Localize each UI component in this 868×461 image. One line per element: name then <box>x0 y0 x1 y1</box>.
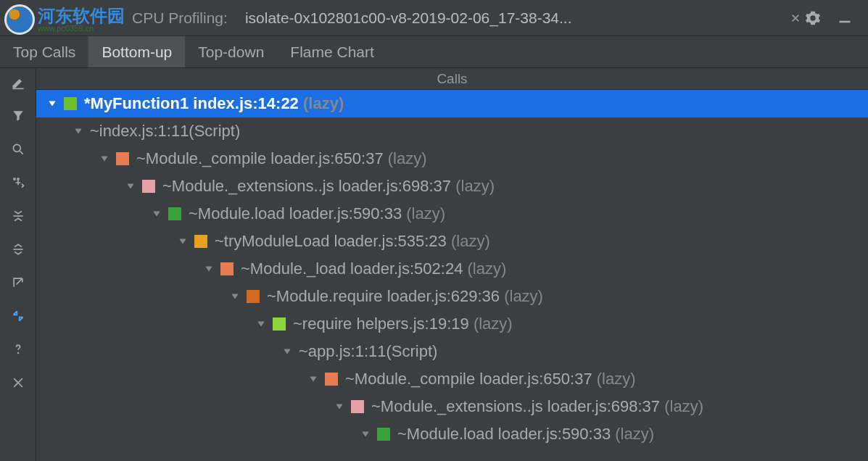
call-label: *MyFunction1 index.js:14:22 (lazy) <box>84 94 344 113</box>
color-swatch <box>325 373 338 386</box>
svg-rect-3 <box>13 178 15 180</box>
tree-row[interactable]: ~Module._extensions..js loader.js:698:37… <box>36 393 868 420</box>
tree-row[interactable]: *MyFunction1 index.js:14:22 (lazy) <box>36 90 868 117</box>
expand-arrow-icon[interactable] <box>280 344 294 359</box>
svg-rect-1 <box>12 88 23 90</box>
call-label: ~Module.load loader.js:590:33 (lazy) <box>397 425 654 444</box>
column-header-calls[interactable]: Calls <box>36 68 868 90</box>
view-tabs: Top CallsBottom-upTop-downFlame Chart <box>0 36 868 68</box>
expand-arrow-icon[interactable] <box>97 151 112 166</box>
color-swatch <box>194 235 207 248</box>
tab-top-calls[interactable]: Top Calls <box>0 36 88 67</box>
profile-filename: isolate-0x102801c00-v8-2019-02-06_17-38-… <box>245 9 787 27</box>
expand-arrow-icon[interactable] <box>228 289 242 304</box>
expand-arrow-icon[interactable] <box>45 96 59 111</box>
call-label: ~Module.require loader.js:629:36 (lazy) <box>267 287 543 306</box>
tab-top-down[interactable]: Top-down <box>185 36 277 67</box>
color-swatch <box>168 207 181 220</box>
expand-arrow-icon[interactable] <box>149 207 164 221</box>
call-label: ~Module._extensions..js loader.js:698:37… <box>162 177 495 196</box>
color-swatch <box>116 152 129 165</box>
header-bar: CPU Profiling: isolate-0x102801c00-v8-20… <box>0 0 868 36</box>
expand-arrow-icon[interactable] <box>123 179 138 194</box>
color-swatch <box>351 400 364 413</box>
tree-row[interactable]: ~Module._extensions..js loader.js:698:37… <box>36 173 868 200</box>
collapse-all-icon[interactable] <box>9 241 27 258</box>
close-tab-icon[interactable] <box>787 9 804 27</box>
tree-row[interactable]: ~Module.load loader.js:590:33 (lazy) <box>36 200 868 228</box>
tree-row[interactable]: ~Module._compile loader.js:650:37 (lazy) <box>36 145 868 173</box>
close-icon[interactable] <box>9 374 27 391</box>
search-icon[interactable] <box>9 141 27 158</box>
collapse-arrows-icon[interactable] <box>9 307 27 325</box>
call-label: ~Module._load loader.js:502:24 (lazy) <box>241 259 506 278</box>
expand-arrow-icon[interactable] <box>175 234 190 249</box>
call-label: ~Module.load loader.js:590:33 (lazy) <box>189 204 445 223</box>
expand-arrow-icon[interactable] <box>358 427 373 441</box>
call-tree: *MyFunction1 index.js:14:22 (lazy)~index… <box>36 90 868 461</box>
expand-all-icon[interactable] <box>9 207 27 225</box>
watermark: 河东软件园 www.pc0359.cn <box>4 4 125 35</box>
expand-tree-icon[interactable] <box>9 174 27 191</box>
tree-row[interactable]: ~require helpers.js:19:19 (lazy) <box>36 310 868 338</box>
tab-bottom-up[interactable]: Bottom-up <box>88 36 185 67</box>
color-swatch <box>247 290 260 303</box>
svg-rect-6 <box>13 249 22 250</box>
svg-rect-4 <box>17 178 19 180</box>
expand-arrow-icon[interactable] <box>202 262 216 276</box>
svg-point-2 <box>13 144 20 151</box>
call-label: ~Module._compile loader.js:650:37 (lazy) <box>136 149 427 168</box>
watermark-text-url: www.pc0359.cn <box>38 25 125 33</box>
filter-icon[interactable] <box>9 107 27 125</box>
call-label: ~Module._extensions..js loader.js:698:37… <box>371 397 703 416</box>
color-swatch <box>273 317 286 331</box>
expand-arrow-icon[interactable] <box>332 399 347 414</box>
color-swatch <box>377 428 390 441</box>
minimize-icon[interactable] <box>836 9 853 27</box>
call-label: ~Module._compile loader.js:650:37 (lazy) <box>345 370 636 389</box>
expand-arrow-icon[interactable] <box>254 317 268 331</box>
svg-point-7 <box>17 352 19 354</box>
tree-row[interactable]: ~Module.load loader.js:590:33 (lazy) <box>36 420 868 448</box>
tab-flame-chart[interactable]: Flame Chart <box>277 36 387 67</box>
edit-icon[interactable] <box>9 74 27 91</box>
help-icon[interactable] <box>9 341 27 358</box>
tree-row[interactable]: ~index.js:1:11(Script) <box>36 117 868 145</box>
gear-icon[interactable] <box>804 9 822 27</box>
panel-title: CPU Profiling: <box>132 9 228 27</box>
sidebar-toolbar <box>0 68 36 461</box>
svg-rect-0 <box>840 20 851 22</box>
watermark-logo <box>4 4 35 35</box>
tree-row[interactable]: ~Module._compile loader.js:650:37 (lazy) <box>36 365 868 393</box>
expand-arrow-icon[interactable] <box>71 124 86 138</box>
tree-row[interactable]: ~app.js:1:11(Script) <box>36 338 868 365</box>
tree-row[interactable]: ~tryModuleLoad loader.js:535:23 (lazy) <box>36 228 868 255</box>
color-swatch <box>142 180 155 193</box>
tree-row[interactable]: ~Module.require loader.js:629:36 (lazy) <box>36 283 868 310</box>
export-icon[interactable] <box>9 274 27 291</box>
color-swatch <box>64 97 77 110</box>
color-swatch <box>220 262 233 275</box>
call-label: ~index.js:1:11(Script) <box>90 122 240 141</box>
tree-row[interactable]: ~Module._load loader.js:502:24 (lazy) <box>36 255 868 283</box>
call-label: ~tryModuleLoad loader.js:535:23 (lazy) <box>215 232 490 251</box>
svg-rect-5 <box>13 215 22 217</box>
call-label: ~require helpers.js:19:19 (lazy) <box>293 315 513 333</box>
call-label: ~app.js:1:11(Script) <box>299 342 437 361</box>
expand-arrow-icon[interactable] <box>306 372 321 386</box>
watermark-text-cn: 河东软件园 <box>38 7 125 25</box>
